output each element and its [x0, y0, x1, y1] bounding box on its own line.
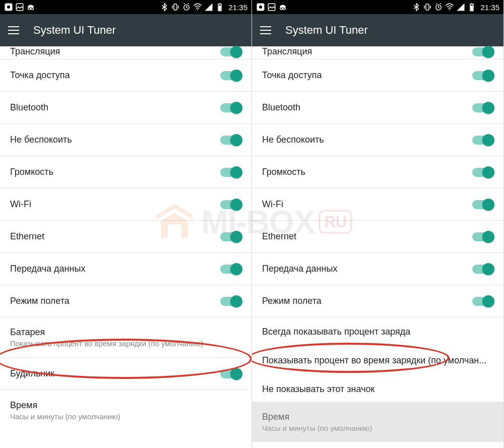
list-item[interactable]: Точка доступа: [0, 59, 251, 92]
popup-option-label: Показывать процент во время зарядки (по …: [262, 355, 486, 365]
vibrate-icon: [423, 3, 432, 12]
item-label: Bluetooth: [10, 102, 48, 113]
toggle-switch[interactable]: [472, 232, 493, 241]
item-label: Режим полета: [262, 296, 322, 306]
svg-point-1: [7, 6, 10, 9]
list-item[interactable]: Режим полета: [252, 285, 503, 317]
item-label: Точка доступа: [10, 70, 70, 81]
menu-icon[interactable]: [8, 25, 19, 36]
incognito-icon: [278, 3, 287, 12]
list-item[interactable]: Громкость: [0, 156, 251, 188]
app-bar: System UI Tuner: [0, 14, 251, 46]
item-label: Wi-Fi: [262, 199, 283, 210]
list-item-time-dimmed: Время Часы и минуты (по умолчанию): [252, 402, 503, 442]
status-time: 21:35: [480, 3, 499, 12]
list-item[interactable]: Будильник: [0, 358, 251, 390]
list-item[interactable]: Точка доступа: [252, 59, 503, 92]
popup-option[interactable]: Показывать процент во время зарядки (по …: [252, 346, 503, 375]
wifi-icon: [193, 3, 202, 12]
item-label: Ethernet: [10, 231, 44, 242]
item-sublabel: Часы и минуты (по умолчанию): [10, 412, 120, 421]
image-icon: [15, 3, 24, 12]
status-left-icons: [256, 3, 287, 12]
popup-option[interactable]: Не показывать этот значок: [252, 375, 503, 402]
svg-rect-5: [174, 4, 177, 10]
status-time: 21:35: [228, 3, 247, 12]
item-label: Точка доступа: [262, 70, 322, 81]
toggle-switch[interactable]: [472, 47, 493, 56]
battery-options-popup: Всегда показывать процент заряда Показыв…: [252, 317, 503, 402]
list-item[interactable]: Не беспокоить: [0, 124, 251, 156]
list-item-battery[interactable]: Батарея Показывать процент во время заря…: [0, 317, 251, 358]
toggle-switch[interactable]: [220, 47, 241, 56]
status-right-icons: 21:35: [412, 3, 499, 12]
toggle-switch[interactable]: [472, 136, 493, 145]
alarm-icon: [434, 3, 443, 12]
toggle-switch[interactable]: [220, 232, 241, 241]
item-label: Не беспокоить: [262, 135, 324, 145]
bluetooth-icon: [412, 3, 421, 12]
toggle-switch[interactable]: [472, 297, 493, 306]
signal-icon: [456, 3, 465, 12]
status-bar: 21:35: [0, 0, 251, 14]
list-item[interactable]: Передача данных: [0, 253, 251, 285]
status-right-icons: 21:35: [160, 3, 247, 12]
svg-point-7: [197, 9, 198, 10]
toggle-switch[interactable]: [220, 71, 241, 80]
item-label: Время: [10, 400, 120, 411]
signal-icon: [204, 3, 213, 12]
item-label: Громкость: [262, 167, 305, 177]
vibrate-icon: [171, 3, 180, 12]
list-item[interactable]: Не беспокоить: [252, 124, 503, 156]
status-left-icons: [4, 3, 35, 12]
wifi-icon: [445, 3, 454, 12]
list-item[interactable]: Трансляция: [0, 46, 251, 59]
item-label: Bluetooth: [262, 102, 300, 113]
list-item[interactable]: Трансляция: [252, 46, 503, 59]
settings-list: Трансляция Точка доступа Bluetooth Не бе…: [0, 46, 251, 430]
svg-rect-20: [471, 4, 473, 5]
toggle-switch[interactable]: [220, 200, 241, 209]
toggle-switch[interactable]: [472, 103, 493, 112]
toggle-switch[interactable]: [220, 168, 241, 177]
toggle-switch[interactable]: [220, 369, 241, 378]
list-item[interactable]: Bluetooth: [252, 92, 503, 124]
list-item[interactable]: Wi-Fi: [252, 188, 503, 221]
svg-point-3: [28, 8, 31, 10]
toggle-switch[interactable]: [472, 168, 493, 177]
toggle-switch[interactable]: [220, 297, 241, 306]
toggle-switch[interactable]: [220, 265, 241, 274]
item-sublabel: Показывать процент во время зарядки (по …: [10, 339, 203, 348]
item-label: Режим полета: [10, 296, 70, 306]
list-item[interactable]: Ethernet: [252, 221, 503, 253]
list-item[interactable]: Wi-Fi: [0, 188, 251, 221]
item-label: Wi-Fi: [10, 199, 31, 210]
toggle-switch[interactable]: [472, 265, 493, 274]
item-label: Не беспокоить: [10, 135, 72, 145]
right-screenshot: 21:35 System UI Tuner Трансляция Точка д…: [252, 0, 504, 448]
list-item[interactable]: Bluetooth: [0, 92, 251, 124]
list-item[interactable]: Режим полета: [0, 285, 251, 317]
app1-icon: [4, 3, 13, 12]
list-item-time[interactable]: Время Часы и минуты (по умолчанию): [0, 390, 251, 430]
app-title: System UI Tuner: [33, 24, 116, 37]
svg-rect-16: [426, 4, 429, 10]
menu-icon[interactable]: [260, 25, 271, 36]
settings-list: Трансляция Точка доступа Bluetooth Не бе…: [252, 46, 503, 317]
battery-icon: [467, 3, 476, 12]
battery-icon: [215, 3, 224, 12]
list-item[interactable]: Передача данных: [252, 253, 503, 285]
alarm-icon: [182, 3, 191, 12]
item-label: Время: [262, 412, 372, 422]
item-label: Батарея: [10, 327, 203, 338]
toggle-switch[interactable]: [220, 136, 241, 145]
list-item[interactable]: Громкость: [252, 156, 503, 188]
toggle-switch[interactable]: [472, 200, 493, 209]
toggle-switch[interactable]: [472, 71, 493, 80]
popup-option[interactable]: Всегда показывать процент заряда: [252, 317, 503, 346]
svg-rect-9: [219, 4, 221, 5]
item-label: Трансляция: [10, 46, 60, 57]
toggle-switch[interactable]: [220, 103, 241, 112]
app1-icon: [256, 3, 265, 12]
list-item[interactable]: Ethernet: [0, 221, 251, 253]
